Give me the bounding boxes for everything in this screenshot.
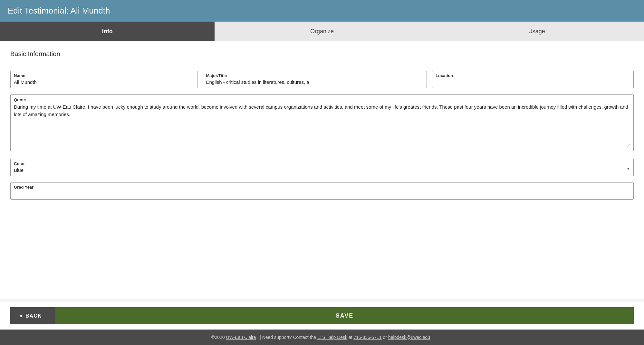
save-button[interactable]: Save [55,307,634,324]
tab-bar: Info Organize Usage [0,22,644,41]
location-input[interactable] [436,79,630,85]
color-select[interactable]: Blue Green Red Yellow Purple [14,167,630,173]
section-title: Basic Information [10,50,634,58]
page-footer: ©2020 UW-Eau Claire . | Need support? Co… [0,330,644,345]
main-content: Basic Information Name Major/Title Locat… [0,41,644,299]
double-chevron-left-icon: « [19,312,23,319]
page-header: Edit Testimonial: Ali Mundth [0,0,644,22]
back-button[interactable]: « Back [10,307,55,324]
section-divider [10,63,634,63]
grad-year-input[interactable] [14,191,630,196]
grad-year-label: Grad Year [14,185,630,190]
grad-year-field-group: Grad Year [10,182,634,200]
basic-info-row: Name Major/Title Location [10,71,634,88]
tab-usage[interactable]: Usage [429,22,644,41]
color-label: Color [14,161,630,166]
email-link[interactable]: helpdesk@uwec.edu [388,335,430,340]
tab-organize[interactable]: Organize [215,22,429,41]
uwec-link[interactable]: UW-Eau Claire [226,335,256,340]
major-field-group: Major/Title [203,71,427,88]
color-field-group: Color Blue Green Red Yellow Purple ▼ [10,159,634,176]
phone-link[interactable]: 715-836-5711 [354,335,382,340]
major-label: Major/Title [206,73,424,78]
page-title: Edit Testimonial: Ali Mundth [8,6,636,16]
helpdesk-link[interactable]: LTS Help Desk [317,335,347,340]
name-label: Name [14,73,194,78]
tab-info[interactable]: Info [0,22,215,41]
name-input[interactable] [14,79,194,85]
quote-input[interactable] [14,104,630,147]
location-field-group: Location [432,71,634,88]
major-input[interactable] [206,79,424,85]
quote-label: Quote [14,97,630,102]
button-row: « Back Save [0,302,644,330]
name-field-group: Name [10,71,197,88]
quote-field-group: Quote [10,94,634,151]
location-label: Location [436,73,630,78]
